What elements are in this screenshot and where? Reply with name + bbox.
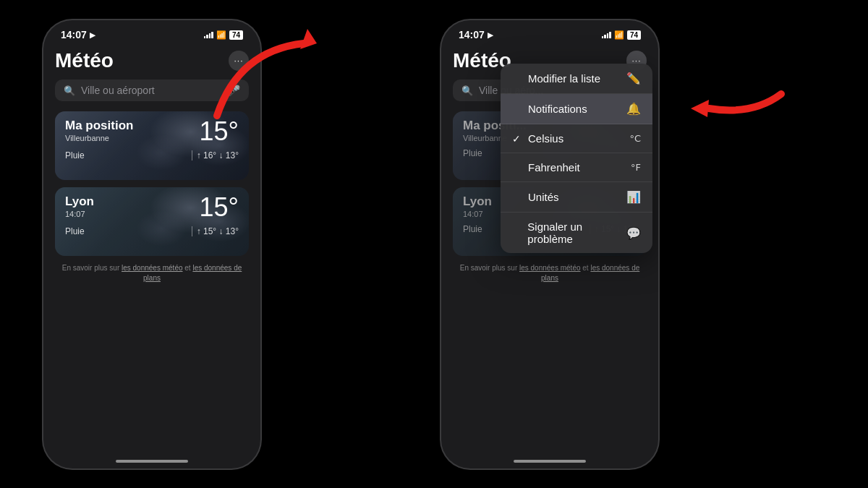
- weather-desc-left-1: Pluie: [65, 226, 85, 236]
- menu-label-unites: Unités: [528, 191, 559, 203]
- menu-item-fahrenheit[interactable]: Fahrenheit °F: [501, 153, 652, 182]
- menu-item-modifier[interactable]: Modifier la liste ✏️: [501, 64, 652, 94]
- status-icons-right: 📶 74: [602, 30, 641, 40]
- menu-item-unites[interactable]: Unités 📊: [501, 182, 652, 213]
- city-name-left-0: Ma position: [65, 119, 133, 133]
- weather-desc-right-0: Pluie: [463, 148, 482, 158]
- footer-link-meteo-right[interactable]: les données météo: [519, 264, 581, 272]
- menu-icon-signaler: 💬: [626, 226, 641, 240]
- app-title-left: Météo: [55, 49, 114, 72]
- arrow-right-container: [195, 22, 340, 147]
- menu-icon-fahrenheit: °F: [631, 162, 641, 173]
- footer-link-meteo-left[interactable]: les données météo: [122, 264, 183, 272]
- menu-check-celsius: ✓: [512, 133, 524, 145]
- menu-item-signaler[interactable]: Signaler un problème 💬: [501, 213, 652, 253]
- card-content-left-1: Lyon 14:07 15° Pluie ↑ 15° ↓ 13°: [55, 187, 249, 242]
- menu-item-celsius[interactable]: ✓ Celsius °C: [501, 124, 652, 153]
- main-container: 14:07 ▶ 📶 74 Mété: [0, 0, 868, 488]
- weather-desc-left-0: Pluie: [65, 150, 85, 160]
- city-sub-right-1: 14:07: [463, 210, 492, 218]
- menu-item-notifications[interactable]: Notifications 🔔: [501, 94, 652, 124]
- temp-range-left-1: ↑ 15° ↓ 13°: [197, 226, 239, 236]
- city-sub-left-1: 14:07: [65, 210, 94, 218]
- menu-icon-notifications: 🔔: [626, 102, 641, 116]
- menu-label-signaler: Signaler un problème: [527, 221, 626, 245]
- city-name-right-1: Lyon: [463, 194, 492, 209]
- menu-label-fahrenheit: Fahrenheit: [528, 161, 580, 174]
- menu-icon-celsius: °C: [629, 133, 641, 144]
- time-right: 14:07: [459, 29, 485, 40]
- arrow-left-svg: [651, 72, 796, 159]
- city-name-left-1: Lyon: [65, 194, 94, 209]
- weather-card-left-1[interactable]: Lyon 14:07 15° Pluie ↑ 15° ↓ 13°: [55, 187, 249, 256]
- svg-marker-0: [300, 29, 317, 49]
- location-icon-left: ▶: [90, 31, 95, 39]
- temp-left-1: 15°: [200, 194, 239, 221]
- arrow-right-svg: [195, 22, 340, 145]
- divider-left-0: [192, 150, 192, 160]
- divider-left-1: [192, 226, 192, 236]
- menu-label-celsius: Celsius: [528, 132, 563, 145]
- search-icon-left: 🔍: [64, 85, 75, 96]
- battery-right: 74: [627, 30, 641, 40]
- phone-right: 14:07 ▶ 📶 74 Mété: [441, 20, 658, 468]
- svg-marker-1: [691, 100, 709, 117]
- arrow-left-container: [651, 72, 796, 162]
- menu-icon-modifier: ✏️: [626, 72, 641, 85]
- wifi-icon-right: 📶: [614, 30, 624, 40]
- temp-range-left-0: ↑ 16° ↓ 13°: [197, 150, 239, 160]
- footer-left: En savoir plus sur les données météo et …: [55, 263, 249, 283]
- signal-icon-right: [602, 31, 611, 38]
- search-icon-right: 🔍: [461, 85, 473, 96]
- city-sub-left-0: Villeurbanne: [65, 134, 133, 142]
- footer-right: En savoir plus sur les données météo et …: [453, 263, 647, 283]
- time-left: 14:07: [61, 29, 87, 40]
- menu-icon-unites: 📊: [626, 190, 641, 204]
- context-menu: Modifier la liste ✏️ Notifications 🔔 ✓ C…: [501, 64, 652, 253]
- location-icon-right: ▶: [488, 31, 493, 39]
- weather-desc-right-1: Pluie: [463, 224, 482, 234]
- status-bar-right: 14:07 ▶ 📶 74: [441, 20, 658, 43]
- menu-label-notifications: Notifications: [528, 103, 587, 115]
- home-indicator-right: [514, 460, 586, 463]
- home-indicator-left: [116, 460, 188, 463]
- menu-label-modifier: Modifier la liste: [528, 72, 600, 85]
